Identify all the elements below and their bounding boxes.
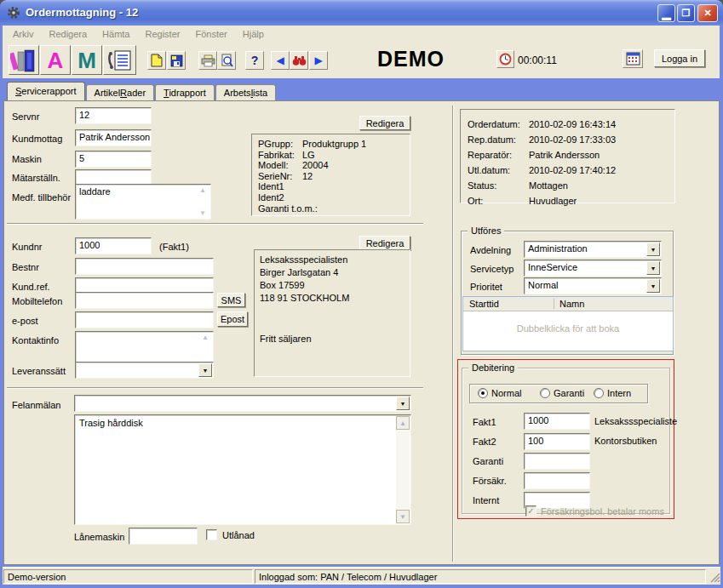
- tab-tidrapport[interactable]: Tidrapport: [155, 84, 215, 100]
- delivery-terms-note: Fritt säljaren: [260, 333, 410, 345]
- chevron-down-icon[interactable]: ▼: [646, 261, 660, 275]
- tab-strip: Servicerapport ArtikelRader Tidrapport A…: [7, 83, 277, 100]
- tab-label: Arbets: [224, 88, 251, 98]
- tillbehor-scrollbar[interactable]: ▲ ▼: [197, 186, 209, 217]
- chevron-down-icon[interactable]: ▼: [646, 243, 660, 256]
- menu-register[interactable]: Register: [146, 29, 181, 39]
- save-button[interactable]: [167, 51, 186, 70]
- articles-button[interactable]: A: [40, 45, 71, 75]
- sms-button[interactable]: SMS: [217, 293, 245, 307]
- radio-garanti[interactable]: Garanti: [540, 388, 584, 398]
- servnr-input[interactable]: 12: [75, 107, 152, 124]
- kundnr-suffix: (Fakt1): [159, 242, 189, 252]
- library-button[interactable]: [9, 45, 39, 75]
- tab-label: idrapport: [169, 88, 205, 98]
- menu-fonster[interactable]: Fönster: [195, 29, 227, 39]
- new-document-icon: [151, 54, 163, 67]
- scroll-up-icon[interactable]: ▲: [199, 186, 206, 194]
- booking-table-header: Starttid Namn: [463, 297, 673, 311]
- scrollbar-track[interactable]: [396, 430, 410, 510]
- tab-artikelrader[interactable]: ArtikelRader: [86, 84, 155, 100]
- leveranssatt-combobox[interactable]: ▼: [75, 362, 214, 379]
- kundmottag-input[interactable]: Patrik Andersson: [75, 129, 152, 146]
- fakt2-input[interactable]: 100: [524, 433, 590, 450]
- calendar-button[interactable]: [623, 49, 643, 68]
- scrollbar-up-button[interactable]: ▲: [396, 416, 410, 430]
- order-info-label: Orderdatum:: [468, 117, 529, 132]
- felanmalan-combobox[interactable]: ▼: [74, 395, 411, 412]
- radio-intern-circle[interactable]: [594, 388, 604, 398]
- menu-bar: Arkiv Redigera Hämta Register Fönster Hj…: [3, 26, 720, 43]
- phone-list-button[interactable]: [103, 45, 136, 75]
- resize-grip[interactable]: [709, 572, 720, 585]
- scroll-down-icon: ▼: [399, 513, 406, 521]
- tillbehor-textarea[interactable]: laddare ▲ ▼: [75, 184, 211, 220]
- product-row-value: LG: [302, 150, 315, 160]
- mobiltelefon-input[interactable]: [75, 292, 214, 309]
- new-button[interactable]: [147, 51, 166, 70]
- moms-checkbox-row[interactable]: ✓ Försäkringsbol. betalar moms: [525, 505, 664, 517]
- product-edit-button[interactable]: Redigera: [359, 116, 410, 130]
- scroll-down-icon[interactable]: ▼: [199, 209, 206, 217]
- tab-servicerapport[interactable]: Servicerapport: [7, 82, 85, 100]
- previous-button[interactable]: ◀: [271, 51, 290, 70]
- forsakr-input[interactable]: [524, 472, 590, 489]
- chevron-down-icon[interactable]: ▼: [198, 363, 212, 377]
- login-button[interactable]: Logga in: [654, 49, 705, 67]
- machines-button[interactable]: M: [72, 45, 102, 75]
- scrollbar-down-button[interactable]: ▼: [396, 510, 410, 523]
- menu-arkiv[interactable]: Arkiv: [13, 29, 33, 39]
- kundnr-input[interactable]: 1000: [75, 237, 152, 254]
- help-button[interactable]: ?: [245, 51, 264, 70]
- radio-intern[interactable]: Intern: [594, 388, 631, 398]
- chevron-down-icon[interactable]: ▼: [646, 279, 660, 293]
- minimize-button[interactable]: ▬: [657, 4, 675, 22]
- demo-banner: DEMO: [377, 47, 445, 71]
- radio-normal-circle[interactable]: [478, 388, 488, 398]
- section-separator: [7, 223, 423, 225]
- toolbar: A M: [3, 43, 720, 78]
- lanemaskin-input[interactable]: [129, 528, 198, 545]
- epost-input[interactable]: [75, 311, 214, 328]
- address-line: Birger Jarlsgatan 4: [260, 266, 410, 279]
- search-button[interactable]: [290, 51, 308, 70]
- next-button[interactable]: ▶: [309, 51, 328, 70]
- product-row-value: Produktgrupp 1: [302, 139, 366, 149]
- chevron-down-icon[interactable]: ▼: [396, 397, 410, 410]
- moms-checkbox[interactable]: ✓: [525, 505, 537, 517]
- address-edit-button[interactable]: Redigera: [359, 236, 410, 250]
- felanmalan-text: Trasig hårddisk: [79, 418, 143, 428]
- menu-redigera[interactable]: Redigera: [49, 29, 87, 39]
- close-button[interactable]: ✕: [697, 4, 718, 22]
- fakt1-input[interactable]: 1000: [524, 413, 590, 430]
- scroll-up-icon[interactable]: ▲: [202, 334, 209, 341]
- menu-hamta[interactable]: Hämta: [102, 29, 129, 39]
- print-preview-button[interactable]: [217, 51, 236, 70]
- epost-button[interactable]: Epost: [217, 311, 248, 327]
- radio-garanti-circle[interactable]: [540, 388, 550, 398]
- timer-button[interactable]: [496, 50, 514, 68]
- booking-table[interactable]: Starttid Namn Dubbelklicka för att boka: [462, 296, 674, 351]
- booking-placeholder: Dubbelklicka för att boka: [463, 323, 673, 334]
- kundnr-label: Kundnr: [12, 242, 42, 252]
- utlanad-checkbox[interactable]: [206, 529, 217, 540]
- avdelning-combobox[interactable]: Administration ▼: [524, 241, 662, 258]
- servicetyp-combobox[interactable]: InneService ▼: [524, 260, 662, 277]
- prioritet-combobox[interactable]: Normal ▼: [524, 277, 662, 294]
- order-info-label: Rep.datum:: [468, 132, 529, 147]
- product-row-label: PGrupp:: [258, 139, 302, 150]
- order-info-label: Reparatör:: [468, 147, 529, 163]
- tab-arbetslista[interactable]: Arbetslista: [215, 84, 276, 100]
- books-icon: [10, 49, 37, 72]
- utlanad-checkbox-row[interactable]: Utlånad: [206, 529, 255, 540]
- felanmalan-textarea[interactable]: Trasig hårddisk ▲ ▼: [74, 414, 411, 525]
- radio-normal[interactable]: Normal: [478, 388, 521, 398]
- print-button[interactable]: [198, 51, 217, 70]
- title-bar[interactable]: Ordermottagning - 12 ▬ ❐ ✕: [0, 0, 723, 26]
- maskin-input[interactable]: 5: [75, 151, 152, 168]
- maximize-button[interactable]: ❐: [677, 4, 695, 22]
- bestnr-input[interactable]: [75, 258, 214, 275]
- menu-hjalp[interactable]: Hjälp: [243, 29, 264, 39]
- garanti-input[interactable]: [524, 453, 590, 470]
- forsakr-label: Försäkr.: [473, 476, 507, 486]
